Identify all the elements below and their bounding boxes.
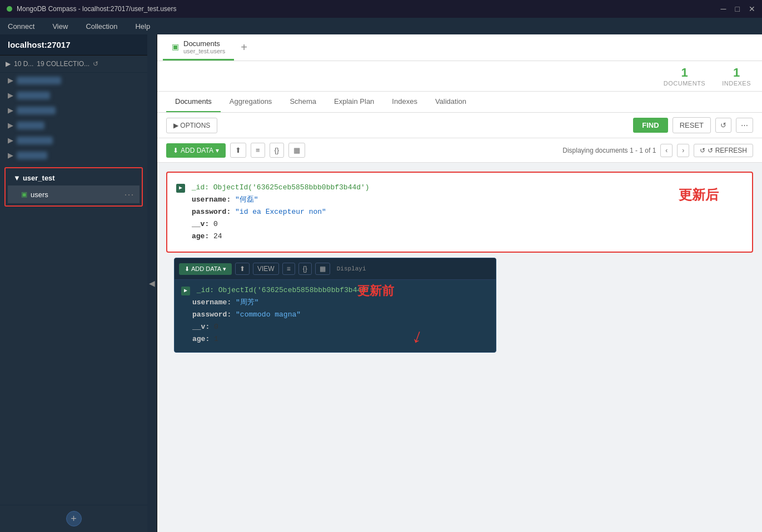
connection-label[interactable]: localhost:27017 [8,40,71,49]
before-document-popout: ⬇ ADD DATA ▾ ⬆ VIEW ≡ {} ▦ Displayi ▶ _i… [174,258,496,353]
window-controls[interactable]: ─ □ ✕ [721,4,755,13]
user-test-section: ▼ user_test ▣ users ⋯ [4,167,143,207]
sub-tab-documents[interactable]: Documents [166,92,221,112]
sidebar: localhost:27017 ▶ 10 D... 19 COLLECTIO..… [0,34,147,532]
popout-list-button[interactable]: ≡ [282,263,295,275]
db-name-blur [17,122,44,129]
sidebar-collapse-button[interactable]: ◀ [147,34,157,532]
tab-label-col: Documents user_test.users [183,39,225,54]
sidebar-item-db1[interactable]: ▶ [0,73,147,88]
sub-tab-aggregations[interactable]: Aggregations [221,92,281,112]
more-options-button[interactable]: ⋯ [736,118,753,133]
sub-tab-explain-plan[interactable]: Explain Plan [325,92,383,112]
history-button[interactable]: ↺ [715,118,731,133]
app-body: localhost:27017 ▶ 10 D... 19 COLLECTIO..… [0,34,762,532]
sub-tab-schema[interactable]: Schema [281,92,325,112]
menu-help[interactable]: Help [132,21,153,32]
reset-button[interactable]: RESET [673,117,711,133]
download-icon: ⬇ [173,147,178,154]
download-icon: ⬇ [185,265,190,273]
chevron-down-icon: ▼ [13,174,21,182]
before-password: password: "commodo magna" [181,310,301,319]
stat-documents-label: DOCUMENTS [664,80,705,87]
after-age: age: 24 [176,230,743,243]
db-count: 10 D... [14,60,33,68]
add-data-button[interactable]: ⬇ ADD DATA ▾ [166,143,226,158]
menu-collection[interactable]: Collection [82,21,121,32]
tab-documents[interactable]: ▣ Documents user_test.users [163,34,234,61]
popout-add-data-button[interactable]: ⬇ ADD DATA ▾ [179,263,232,275]
add-tab-button[interactable]: + [234,34,254,61]
refresh-icon[interactable]: ↺ [93,60,98,68]
popout-json-button[interactable]: {} [298,263,312,275]
sub-tabs: Documents Aggregations Schema Explain Pl… [157,92,762,113]
sidebar-item-db6[interactable]: ▶ [0,148,147,163]
chevron-right-icon: ▶ [8,106,13,114]
find-bar: ▶ OPTIONS FIND RESET ↺ ⋯ [157,113,762,138]
sidebar-item-user-test[interactable]: ▼ user_test [8,170,140,185]
minimize-button[interactable]: ─ [721,4,726,13]
db-name-blur [17,137,53,144]
after-doc-content: ▶ _id: ObjectId('63625ceb5858bbb0bbf3b44… [176,182,743,243]
db-name-blur [17,92,50,99]
dropdown-arrow: ▾ [216,147,219,154]
sidebar-item-db5[interactable]: ▶ [0,133,147,148]
plus-icon: + [241,41,247,54]
collection-count: 19 COLLECTIO... [37,60,89,68]
before-username: username: "周芳" [181,298,259,307]
sidebar-item-db3[interactable]: ▶ [0,103,147,118]
export-button[interactable]: ⬆ [230,143,246,158]
next-page-button[interactable]: › [677,144,689,157]
after-label: 更新后 [679,184,719,207]
stats-bar: 1 DOCUMENTS 1 INDEXES [157,61,762,92]
menu-view[interactable]: View [49,21,71,32]
chevron-right-icon: ▶ [8,151,13,159]
view-list-button[interactable]: ≡ [251,143,265,158]
sub-tab-indexes[interactable]: Indexes [383,92,426,112]
expand-icon[interactable]: ▶ [181,287,190,295]
popout-display-text: Displayi [337,264,366,274]
tab-path: user_test.users [183,48,225,54]
documents-area-wrapper: ⬇ ADD DATA ▾ ⬆ VIEW ≡ {} ▦ Displayi ▶ _i… [157,172,762,253]
after-doc-wrapper: ▶ _id: ObjectId('63625ceb5858bbb0bbf3b44… [166,172,753,253]
find-button[interactable]: FIND [633,118,668,133]
prev-page-button[interactable]: ‹ [660,144,673,157]
collection-icon: ▣ [21,190,27,198]
menu-bar: Connect View Collection Help [0,18,762,34]
chevron-left-icon: ◀ [149,279,155,288]
stat-indexes-label: INDEXES [722,80,751,87]
add-connection-button[interactable]: + [66,511,82,526]
sidebar-item-db2[interactable]: ▶ [0,88,147,103]
options-button[interactable]: ▶ OPTIONS [166,118,217,133]
after-password: password: "id ea Excepteur non" [176,206,743,218]
title-bar: MongoDB Compass - localhost:27017/user_t… [0,0,762,18]
view-table-button[interactable]: ▦ [288,143,305,158]
chevron-right-icon: ▶ [8,76,13,84]
db-name-blur [17,77,61,84]
before-id: _id: ObjectId('63625ceb5858bbb0bbf3b44d'… [197,286,375,294]
sidebar-item-db4[interactable]: ▶ [0,118,147,133]
collection-options-icon[interactable]: ⋯ [124,188,134,200]
sub-tab-validation[interactable]: Validation [426,92,475,112]
stat-indexes-value: 1 [722,66,751,80]
refresh-button[interactable]: ↺ ↺ REFRESH [694,144,753,157]
tab-documents-label: Documents [183,39,225,48]
popout-export-button[interactable]: ⬆ [235,263,250,275]
close-button[interactable]: ✕ [749,4,755,13]
sidebar-bottom: + [0,505,147,532]
after-vv: __v: 0 [176,218,743,230]
expand-arrow: ▶ [6,60,11,68]
sidebar-db-row: ▶ 10 D... 19 COLLECTIO... ↺ [0,56,147,73]
tab-bar: ▣ Documents user_test.users + [157,34,762,61]
app-status-dot [7,6,12,12]
documents-toolbar: ⬇ ADD DATA ▾ ⬆ ≡ {} ▦ Displaying documen… [157,138,762,163]
maximize-button[interactable]: □ [735,4,740,13]
popout-table-button[interactable]: ▦ [315,263,330,275]
db-name-blur [17,107,56,114]
display-info: Displaying documents 1 - 1 of 1 [562,147,656,154]
menu-connect[interactable]: Connect [4,21,38,32]
view-json-button[interactable]: {} [270,143,285,158]
stat-documents-value: 1 [664,66,705,80]
after-expand-icon[interactable]: ▶ [176,184,185,193]
sidebar-collection-users[interactable]: ▣ users ⋯ [8,185,140,203]
